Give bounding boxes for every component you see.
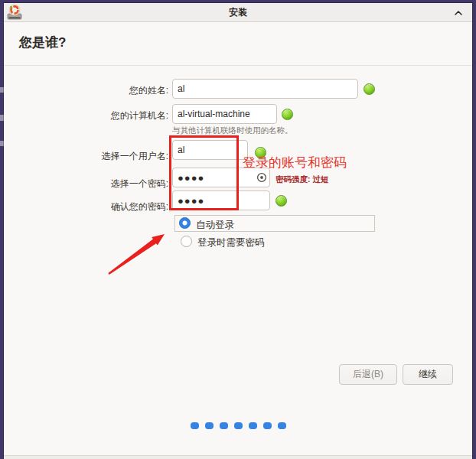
require-password-label[interactable]: 登录时需要密码	[197, 236, 265, 249]
hostname-hint: 与其他计算机联络时使用的名称。	[172, 125, 293, 136]
name-input[interactable]	[172, 79, 358, 99]
collapse-button[interactable]	[452, 7, 465, 19]
password-label: 选择一个密码:	[44, 177, 168, 190]
hostname-input[interactable]	[172, 104, 277, 124]
progress-dots	[191, 422, 286, 429]
hostname-ok-indicator	[282, 109, 293, 120]
name-ok-indicator	[364, 83, 375, 95]
installer-window: 安装 您是谁? 您的姓名: 您的计算机名: 与其他计算机联络时使用的名称。 选择…	[4, 3, 472, 459]
divider	[4, 65, 472, 66]
chevron-up-icon	[454, 9, 463, 17]
window-title: 安装	[229, 6, 247, 19]
username-label: 选择一个用户名:	[44, 150, 168, 163]
window-bottom-edge	[4, 455, 472, 459]
name-label: 您的姓名:	[44, 84, 168, 97]
progress-dot	[249, 422, 257, 429]
reveal-password-eye-icon[interactable]	[256, 171, 268, 184]
desktop-background: 安装 您是谁? 您的姓名: 您的计算机名: 与其他计算机联络时使用的名称。 选择…	[0, 0, 476, 459]
progress-dot	[263, 422, 272, 429]
continue-button[interactable]: 继续	[403, 364, 453, 385]
page-title: 您是谁?	[19, 34, 66, 51]
installer-app-icon	[7, 4, 22, 21]
autologin-label[interactable]: 自动登录	[196, 219, 234, 232]
require-password-radio[interactable]	[181, 236, 192, 247]
autologin-radio[interactable]	[179, 217, 191, 229]
back-button[interactable]: 后退(B)	[339, 364, 397, 385]
confirm-password-input[interactable]	[172, 190, 270, 210]
progress-dot	[234, 422, 243, 429]
progress-dot	[205, 422, 214, 429]
progress-dot	[220, 422, 228, 429]
username-input[interactable]	[172, 140, 248, 160]
progress-dot	[191, 422, 199, 429]
confirm-ok-indicator	[275, 195, 287, 207]
hostname-label: 您的计算机名:	[44, 109, 168, 122]
confirm-password-label: 确认您的密码:	[44, 200, 168, 213]
annotation-text: 登录的账号和密码	[243, 154, 347, 171]
titlebar[interactable]: 安装	[4, 3, 472, 22]
password-strength-text: 密码强度: 过短	[275, 174, 328, 185]
annotation-arrow	[99, 230, 176, 282]
progress-dot	[278, 422, 286, 429]
